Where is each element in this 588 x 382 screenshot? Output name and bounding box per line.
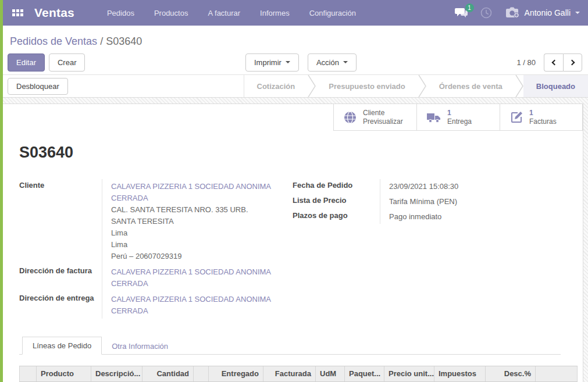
pager: 1 / 80 (516, 53, 582, 72)
customer-field-group: Cliente CALAVERA PIZZERIA 1 SOCIEDAD ANO… (19, 179, 293, 319)
customer-address-line: SANTA TERESITA (111, 216, 290, 227)
activities-clock-icon[interactable] (480, 7, 492, 19)
order-lines-header-row: Producto Descripció... Cantidad Entregad… (19, 366, 578, 381)
pager-next-button[interactable] (563, 53, 582, 72)
col-cantidad: Cantidad (142, 366, 194, 381)
edit-button[interactable]: Editar (8, 53, 45, 72)
chevron-down-icon (343, 61, 348, 63)
col-producto: Producto (37, 366, 91, 381)
top-navbar: Ventas Pedidos Productos A facturar Info… (3, 0, 588, 26)
customer-label: Cliente (19, 179, 102, 264)
col-descuento: Desc.% (486, 366, 536, 381)
unlock-button[interactable]: Desbloquear (8, 78, 68, 95)
invoice-address-link[interactable]: CALAVERA PIZZERIA 1 SOCIEDAD ANONIMA CER… (111, 267, 270, 288)
order-date-label: Fecha de Pedido (293, 179, 380, 194)
col-facturada: Facturada (263, 366, 316, 381)
payment-terms-value: Pago inmediato (380, 209, 583, 224)
globe-icon (343, 110, 357, 124)
col-precio-unit: Precio unit... (384, 366, 434, 381)
delivery-address-link[interactable]: CALAVERA PIZZERIA 1 SOCIEDAD ANONIMA CER… (111, 295, 270, 315)
customer-preview-button[interactable]: Cliente Previsualizar (333, 104, 416, 131)
sheet-background: Cliente Previsualizar 1 (3, 98, 588, 382)
order-date-value: 23/09/2021 15:08:30 (380, 179, 583, 194)
customer-link[interactable]: CALAVERA PIZZERIA 1 SOCIEDAD ANONIMA CER… (111, 182, 270, 202)
step-arrow-icon (515, 75, 523, 97)
menu-pedidos[interactable]: Pedidos (107, 9, 134, 17)
page: Ventas Pedidos Productos A facturar Info… (0, 0, 588, 382)
create-button[interactable]: Crear (49, 53, 85, 72)
step-arrow-icon (418, 75, 426, 97)
customer-address-line: CAL. SANTA TERESITA NRO. 335 URB. (111, 204, 290, 216)
breadcrumb: Pedidos de Ventas / S03640 (3, 26, 588, 50)
menu-a-facturar[interactable]: A facturar (208, 9, 240, 17)
order-lines-table: Producto Descripció... Cantidad Entregad… (19, 366, 578, 382)
chevron-right-icon (569, 59, 575, 65)
delivery-address-label: Dirección de entrega (19, 291, 102, 319)
order-title: S03640 (19, 144, 583, 162)
status-step-bloqueado[interactable]: Bloqueado (523, 75, 588, 97)
app-name[interactable]: Ventas (34, 6, 74, 20)
customer-address-line: Perú – 20607029319 (111, 251, 290, 262)
smart-button-value: 1 (447, 109, 472, 117)
tab-order-lines[interactable]: Líneas de Pedido (22, 337, 102, 355)
tab-other-info[interactable]: Otra Información (102, 338, 178, 355)
smart-button-label: Facturas (529, 117, 557, 126)
control-panel: Editar Crear Imprimir Acción 1 / 80 (3, 50, 588, 75)
breadcrumb-separator: / (100, 35, 103, 47)
customer-address-line: Lima (111, 227, 290, 239)
breadcrumb-parent-link[interactable]: Pedidos de Ventas (10, 35, 97, 47)
col-spacer (194, 366, 209, 381)
print-dropdown-button[interactable]: Imprimir (245, 53, 299, 72)
status-step-ordenes-de-venta[interactable]: Órdenes de venta (426, 75, 515, 97)
payment-terms-label: Plazos de pago (293, 209, 380, 224)
main-menu: Pedidos Productos A facturar Informes Co… (107, 9, 356, 17)
col-entregado: Entregado (209, 366, 263, 381)
messages-badge: 1 (465, 3, 474, 12)
menu-informes[interactable]: Informes (260, 9, 290, 17)
status-steps: Cotización Presupuesto enviado Órdenes d… (244, 75, 588, 97)
grid-icon (12, 9, 23, 16)
user-name: Antonio Galli (525, 8, 571, 17)
pager-previous-button[interactable] (544, 53, 563, 72)
status-step-cotizacion[interactable]: Cotización (244, 75, 308, 97)
print-label: Imprimir (254, 58, 281, 67)
notebook-tabs: Líneas de Pedido Otra Información (19, 337, 561, 355)
avatar-camera-icon (505, 7, 520, 19)
smart-button-label: Cliente (363, 109, 403, 117)
smart-button-box: Cliente Previsualizar 1 (3, 104, 583, 131)
invoice-address-label: Dirección de factura (19, 264, 102, 291)
col-trailing (536, 366, 578, 381)
action-dropdown-button[interactable]: Acción (308, 53, 357, 72)
smart-button-label: Entrega (447, 117, 472, 126)
chevron-down-icon (575, 12, 580, 14)
col-udm: UdM (316, 366, 345, 381)
action-label: Acción (316, 58, 339, 67)
delivery-button[interactable]: 1 Entrega (416, 104, 500, 131)
col-impuestos: Impuestos (434, 366, 486, 381)
col-descripcion: Descripció... (91, 366, 142, 381)
pricelist-label: Lista de Precio (293, 194, 380, 209)
apps-menu-icon[interactable] (9, 4, 26, 22)
invoices-button[interactable]: 1 Facturas (500, 104, 583, 131)
col-handle (19, 366, 37, 381)
col-paquete: Paquet... (345, 366, 384, 381)
pricelist-value: Tarifa Mínima (PEN) (380, 194, 583, 209)
chevron-left-icon (552, 59, 558, 65)
step-arrow-icon (308, 75, 316, 97)
menu-productos[interactable]: Productos (154, 9, 188, 17)
breadcrumb-current: S03640 (106, 35, 142, 47)
messages-icon[interactable]: 1 (455, 8, 468, 18)
menu-configuracion[interactable]: Configuración (309, 9, 356, 17)
chevron-down-icon (286, 61, 290, 63)
status-step-presupuesto-enviado[interactable]: Presupuesto enviado (316, 75, 418, 97)
statusbar: Desbloquear Cotización Presupuesto envia… (3, 75, 588, 98)
edit-square-icon (509, 110, 523, 124)
customer-address-line: Lima (111, 239, 290, 251)
order-info-group: Fecha de Pedido 23/09/2021 15:08:30 List… (293, 179, 583, 224)
user-menu[interactable]: Antonio Galli (505, 7, 580, 19)
smart-button-label: Previsualizar (363, 117, 403, 126)
form-sheet: Cliente Previsualizar 1 (3, 103, 583, 382)
smart-button-value: 1 (529, 109, 557, 117)
pager-count: 1 / 80 (516, 58, 536, 67)
truck-icon (426, 111, 441, 124)
